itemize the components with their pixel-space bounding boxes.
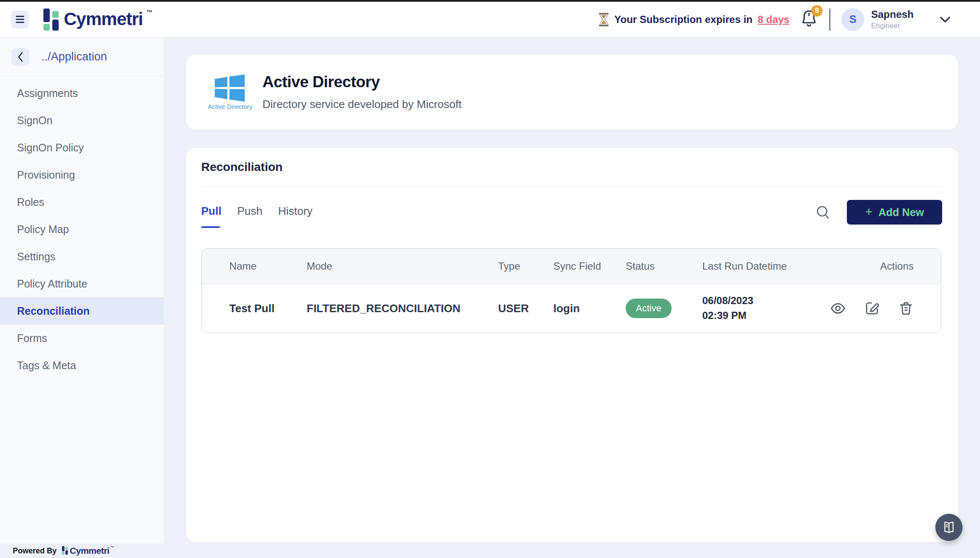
trash-icon (898, 301, 914, 316)
powered-by-label: Powered By (13, 547, 57, 555)
add-new-label: Add New (878, 206, 924, 219)
tab-push[interactable]: Push (237, 205, 262, 220)
main-content: Active Directory Active Directory Direct… (164, 38, 980, 544)
sidebar-item-tags-meta[interactable]: Tags & Meta (0, 352, 164, 379)
logo-wordmark: Cymmetri (64, 8, 143, 31)
book-icon (942, 520, 956, 535)
footer-logo: Cymmetri ™ (62, 546, 114, 556)
status-badge: Active (626, 299, 672, 318)
hourglass-icon (598, 13, 609, 26)
subscription-text: Your Subscription expires in (614, 14, 752, 26)
app-logo[interactable]: Cymmetri ™ (43, 8, 153, 31)
sidebar-item-signon-policy[interactable]: SignOn Policy (0, 134, 164, 161)
sidebar-back-row: ../Application (0, 38, 164, 76)
cell-type: USER (498, 302, 553, 315)
subscription-days-link[interactable]: 8 days (758, 14, 789, 26)
subscription-notice: Your Subscription expires in 8 days (598, 13, 789, 26)
chevron-down-icon (938, 15, 952, 24)
notification-count-badge: 9 (811, 5, 823, 17)
application-title-block: Active Directory Directory service devel… (262, 73, 462, 111)
edit-button[interactable] (864, 301, 880, 316)
cymmetri-mark-icon (62, 546, 68, 555)
sidebar: ../Application AssignmentsSignOnSignOn P… (0, 38, 164, 544)
sidebar-item-policy-map[interactable]: Policy Map (0, 216, 164, 243)
cell-status: Active (626, 299, 702, 318)
hamburger-icon (16, 16, 24, 23)
edit-icon (864, 301, 880, 316)
sidebar-item-settings[interactable]: Settings (0, 243, 164, 270)
search-icon (815, 205, 831, 220)
logo-trademark: ™ (146, 9, 153, 16)
hamburger-menu-button[interactable] (11, 11, 29, 28)
sidebar-item-signon[interactable]: SignOn (0, 107, 164, 134)
help-docs-fab[interactable] (935, 514, 963, 541)
cell-name: Test Pull (202, 302, 307, 315)
footer: Powered By Cymmetri ™ (0, 544, 980, 558)
search-button[interactable] (815, 205, 831, 220)
cell-sync-field: login (553, 302, 626, 315)
cell-last-run: 06/08/2023 02:39 PM (702, 293, 830, 323)
page-title: Active Directory (262, 73, 462, 91)
application-header-card: Active Directory Active Directory Direct… (186, 54, 958, 130)
sidebar-item-provisioning[interactable]: Provisioning (0, 161, 164, 188)
sidebar-item-reconciliation[interactable]: Reconciliation (0, 297, 164, 325)
table-header-row: NameModeTypeSync FieldStatusLast Run Dat… (202, 249, 941, 284)
add-new-button[interactable]: + Add New (847, 200, 942, 225)
cymmetri-mark-icon (43, 8, 60, 31)
user-name: Sapnesh (871, 9, 914, 20)
column-header-mode: Mode (307, 260, 498, 272)
user-menu-button[interactable] (938, 15, 952, 24)
view-button[interactable] (830, 301, 846, 316)
footer-logo-wordmark: Cymmetri (70, 546, 109, 556)
reconciliation-table: NameModeTypeSync FieldStatusLast Run Dat… (201, 248, 941, 333)
sidebar-item-policy-attribute[interactable]: Policy Attribute (0, 270, 164, 297)
header-divider (829, 9, 830, 31)
cell-actions (830, 301, 941, 316)
tabs-row: PullPushHistory + Add New (201, 195, 942, 230)
back-button[interactable] (11, 48, 29, 66)
chevron-left-icon (17, 51, 24, 63)
cell-mode: FILTERED_RECONCILIATION (307, 302, 498, 315)
application-logo: Active Directory (208, 74, 252, 110)
last-run-date: 06/08/2023 (702, 293, 830, 308)
application-description: Directory service developed by Microsoft (262, 98, 462, 111)
column-header-last-run-datetime: Last Run Datetime (702, 260, 830, 272)
avatar-initial: S (849, 13, 857, 26)
section-divider (201, 186, 942, 186)
top-header: Cymmetri ™ Your Subscription expires in … (0, 2, 980, 37)
notifications-button[interactable]: 9 (801, 9, 818, 30)
tab-history[interactable]: History (278, 205, 313, 220)
last-run-time: 02:39 PM (702, 308, 830, 323)
sidebar-nav: AssignmentsSignOnSignOn PolicyProvisioni… (0, 76, 164, 379)
user-role: Engineer (871, 22, 914, 30)
table-row[interactable]: Test Pull FILTERED_RECONCILIATION USER l… (202, 284, 941, 333)
avatar[interactable]: S (841, 8, 864, 31)
section-title: Reconciliation (201, 160, 942, 174)
column-header-name: Name (202, 260, 307, 272)
application-logo-caption: Active Directory (208, 103, 252, 110)
header-right-cluster: Your Subscription expires in 8 days 9 S … (598, 8, 952, 31)
footer-logo-trademark: ™ (111, 546, 114, 549)
column-header-sync-field: Sync Field (553, 260, 626, 272)
windows-flag-icon (214, 74, 246, 102)
plus-icon: + (865, 205, 873, 218)
sidebar-item-forms[interactable]: Forms (0, 325, 164, 352)
tabs: PullPushHistory (201, 205, 313, 220)
tab-pull[interactable]: Pull (201, 205, 222, 220)
user-info: Sapnesh Engineer (871, 9, 914, 30)
screen: Cymmetri ™ Your Subscription expires in … (0, 0, 980, 558)
sidebar-item-roles[interactable]: Roles (0, 188, 164, 216)
reconciliation-card: Reconciliation PullPushHistory + Add New (186, 148, 958, 542)
eye-icon (830, 301, 846, 316)
column-header-actions: Actions (880, 260, 941, 272)
delete-button[interactable] (898, 301, 914, 316)
column-header-type: Type (498, 260, 553, 272)
sidebar-item-assignments[interactable]: Assignments (0, 80, 164, 107)
column-header-status: Status (626, 260, 702, 272)
breadcrumb[interactable]: ../Application (41, 50, 107, 63)
